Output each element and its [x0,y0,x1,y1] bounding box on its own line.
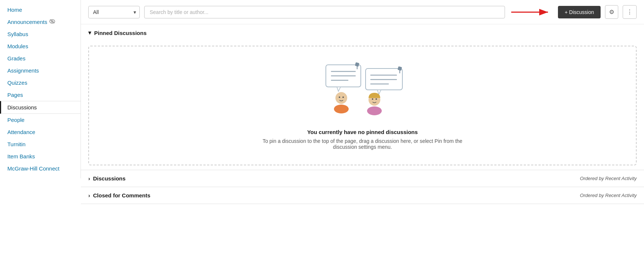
sidebar-item-attendance[interactable]: Attendance [0,126,81,138]
toolbar: All + Discussion ⚙ ⋮ [81,0,644,24]
empty-state-title: You currently have no pinned discussions [307,129,418,135]
svg-marker-9 [337,87,341,91]
gear-icon: ⚙ [609,9,614,15]
sidebar-item-label-pages: Pages [7,92,23,98]
filter-wrapper: All [88,6,140,18]
add-discussion-button[interactable]: + Discussion [558,6,601,18]
empty-state-desc: To pin a discussion to the top of the pa… [252,138,473,150]
discussions-section-header[interactable]: › Discussions Ordered by Recent Activity [81,170,644,187]
sidebar-item-pages[interactable]: Pages [0,89,81,101]
main-content: All + Discussion ⚙ ⋮ [81,0,644,260]
sidebar-item-item-banks[interactable]: Item Banks [0,150,81,162]
pinned-title-text: Pinned Discussions [94,30,147,36]
svg-point-19 [335,92,347,104]
svg-point-22 [342,96,344,98]
chevron-right-closed-icon: › [88,192,90,198]
content-area: ▾ Pinned Discussions [81,24,644,260]
svg-point-24 [367,106,382,115]
sidebar-item-mcgraw-hill[interactable]: McGraw-Hill Connect [0,162,81,175]
sidebar-item-label-assignments: Assignments [7,67,39,74]
sidebar: HomeAnnouncementsSyllabusModulesGradesAs… [0,0,81,260]
sidebar-item-label-syllabus: Syllabus [7,31,28,37]
closed-section-header[interactable]: › Closed for Comments Ordered by Recent … [81,187,644,204]
sidebar-item-label-grades: Grades [7,55,25,62]
svg-point-25 [372,98,373,100]
chevron-right-discussions-icon: › [88,175,90,182]
closed-title-text: Closed for Comments [93,192,150,198]
sidebar-item-label-announcements: Announcements [7,19,47,25]
discussion-illustration [311,61,414,122]
pinned-section: ▾ Pinned Discussions [81,24,644,170]
svg-point-21 [339,96,340,98]
chevron-down-icon: ▾ [88,29,91,36]
sidebar-item-label-discussions: Discussions [7,104,37,110]
discussions-title: › Discussions [88,175,125,182]
red-arrow-icon [509,7,554,18]
more-icon: ⋮ [627,9,633,15]
sidebar-item-assignments[interactable]: Assignments [0,64,81,77]
pinned-empty-state: You currently have no pinned discussions… [88,46,637,165]
sidebar-item-home[interactable]: Home [0,4,81,16]
sidebar-item-quizzes[interactable]: Quizzes [0,77,81,89]
discussions-ordered-label: Ordered by Recent Activity [580,176,637,181]
sidebar-item-label-mcgraw-hill: McGraw-Hill Connect [7,165,60,172]
sidebar-item-label-attendance: Attendance [7,129,35,135]
pinned-title: ▾ Pinned Discussions [88,29,147,36]
more-options-button[interactable]: ⋮ [623,5,637,19]
sidebar-item-label-item-banks: Item Banks [7,153,35,159]
sidebar-item-turnitin[interactable]: Turnitin [0,138,81,150]
sidebar-item-announcements[interactable]: Announcements [0,16,81,28]
sidebar-item-label-turnitin: Turnitin [7,141,25,147]
sidebar-item-label-modules: Modules [7,43,28,49]
discussions-title-text: Discussions [93,175,125,182]
sidebar-item-people[interactable]: People [0,114,81,126]
filter-select[interactable]: All [88,6,140,18]
add-discussion-label: + Discussion [565,9,594,15]
closed-title: › Closed for Comments [88,192,150,198]
closed-ordered-label: Ordered by Recent Activity [580,193,637,198]
sidebar-item-label-people: People [7,117,25,123]
pinned-section-header[interactable]: ▾ Pinned Discussions [81,24,644,41]
eye-icon [49,19,55,25]
illustration-svg [311,61,414,120]
sidebar-item-modules[interactable]: Modules [0,40,81,52]
sidebar-item-label-quizzes: Quizzes [7,80,27,86]
svg-point-26 [376,98,377,100]
sidebar-item-syllabus[interactable]: Syllabus [0,28,81,40]
settings-button[interactable]: ⚙ [605,5,618,19]
search-input[interactable] [144,6,505,18]
sidebar-item-label-home: Home [7,7,22,13]
sidebar-item-grades[interactable]: Grades [0,52,81,64]
svg-point-20 [334,105,349,113]
arrow-annotation [509,7,554,18]
sidebar-item-discussions[interactable]: Discussions [0,101,81,114]
